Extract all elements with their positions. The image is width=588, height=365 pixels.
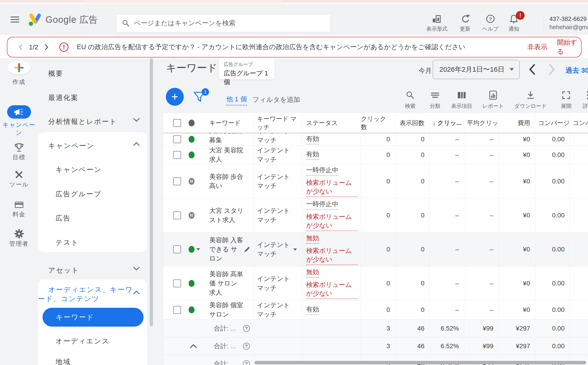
match-type-text[interactable]: インテント マッチ — [257, 301, 292, 319]
sidebar-item-assets[interactable]: アセット — [38, 266, 147, 275]
search-input[interactable]: ページまたはキャンペーンを検索 — [116, 14, 330, 32]
status-text[interactable]: 有効 — [306, 305, 319, 315]
keyword-text[interactable]: 美容師 高単価 サロン 求人 — [209, 270, 244, 297]
create-button[interactable]: 作成 — [0, 60, 38, 86]
match-type-text[interactable]: インテント マッチ — [257, 172, 292, 190]
sidebar-item-campaigns[interactable]: キャンペーン — [38, 165, 147, 175]
help-circle-icon[interactable]: ? — [243, 343, 250, 350]
nav-campaigns[interactable]: キャンペーン — [0, 105, 38, 137]
enabled-status-icon[interactable] — [189, 306, 195, 313]
enabled-status-icon[interactable] — [189, 151, 195, 158]
enabled-status-icon[interactable] — [189, 136, 195, 143]
banner-next-icon[interactable] — [44, 44, 50, 50]
keyword-text[interactable]: 美容師 個室サロン — [209, 301, 244, 319]
appearance-button[interactable]: 表示形式 — [422, 14, 452, 32]
paused-status-icon[interactable] — [189, 212, 195, 219]
status-header-icon[interactable] — [189, 119, 195, 126]
col-status[interactable]: ステータス — [302, 113, 361, 133]
filter-button[interactable]: 1 — [193, 91, 207, 104]
keyword-text[interactable]: 大宮 美容院 求人 — [209, 146, 244, 164]
notifications-button[interactable]: ! 通知 — [499, 14, 529, 32]
segment-button[interactable]: 分類 — [424, 90, 446, 110]
keyword-text[interactable]: 大宮 美容師 募集 — [209, 133, 244, 145]
edit-icon[interactable] — [244, 246, 251, 253]
past-days-link[interactable]: 過去 30 — [566, 66, 588, 75]
keyword-text[interactable]: 美容師 歩合 高い — [209, 172, 244, 190]
date-range-picker[interactable]: 2026年2月1日〜16日 — [433, 60, 520, 79]
paused-status-icon[interactable] — [189, 178, 195, 185]
status-note[interactable]: 検索ボリュームが少ない — [306, 281, 358, 299]
sidebar-group-campaigns[interactable]: キャンペーン — [38, 141, 147, 151]
more-options-button[interactable]: 詳細 — [580, 90, 588, 110]
table-search-button[interactable]: 検索 — [399, 90, 422, 110]
sidebar-item-ad-groups[interactable]: 広告グループ — [38, 190, 147, 199]
status-caret-icon[interactable] — [196, 248, 200, 251]
columns-button[interactable]: 表示項目 — [448, 90, 475, 110]
date-prev-button[interactable] — [527, 64, 537, 75]
status-note[interactable]: 検索ボリュームが少ない — [306, 246, 358, 265]
status-note[interactable]: 検索ボリュームが少ない — [306, 212, 358, 231]
nav-tools[interactable]: ツール — [0, 170, 38, 188]
match-type-caret-icon[interactable] — [293, 248, 297, 251]
col-avg-cpc[interactable]: 平均クリッ... — [464, 113, 499, 133]
main-menu-icon[interactable] — [11, 17, 19, 23]
help-circle-icon[interactable]: ? — [243, 325, 250, 332]
status-text[interactable]: 有効 — [306, 134, 319, 144]
more-filters-link[interactable]: 他 1 個 — [226, 95, 247, 105]
row-checkbox[interactable] — [173, 306, 181, 314]
sidebar-item-ads[interactable]: 広告 — [38, 214, 147, 223]
keyword-text[interactable]: 大宮 スタリスト求人 — [209, 206, 244, 225]
banner-dismiss-button[interactable]: 非表示 — [527, 42, 547, 52]
match-type-text[interactable]: インテント マッチ — [257, 206, 292, 225]
banner-prev-icon[interactable] — [17, 44, 23, 50]
sidebar-group-audiences-keywords-content[interactable]: オーディエンス、キーワード、コンテンツ — [38, 285, 137, 303]
enabled-status-icon[interactable] — [189, 280, 195, 287]
col-impressions[interactable]: 表示回数 — [395, 113, 430, 133]
account-info[interactable]: 437-382-6629 穴 hehehair@gma — [549, 15, 588, 31]
add-keyword-button[interactable]: + — [166, 88, 184, 106]
sidebar-item-experiments[interactable]: テスト — [38, 238, 147, 247]
sidebar-item-recommendations[interactable]: 最適化案 — [38, 93, 147, 103]
banner-accept-button[interactable]: 開始する — [557, 38, 581, 56]
status-text[interactable]: 無効 — [306, 234, 319, 244]
sidebar-item-locations[interactable]: 地域 — [38, 357, 147, 365]
sidebar-item-audiences[interactable]: オーディエンス — [38, 337, 147, 346]
row-checkbox[interactable] — [173, 246, 181, 253]
collapse-chevron-icon[interactable] — [190, 344, 197, 348]
col-match-type[interactable]: キーワード マッチ — [254, 113, 302, 133]
col-clicks[interactable]: クリック数 — [361, 113, 395, 133]
help-circle-icon[interactable]: ? — [243, 360, 250, 365]
sidebar-item-insights[interactable]: 分析情報とレポート — [38, 117, 147, 126]
match-type-text[interactable]: インテント マッチ — [257, 146, 292, 164]
status-text[interactable]: 有効 — [306, 150, 319, 160]
sidebar-item-keywords-selected[interactable]: キーワード — [42, 308, 144, 327]
match-type-text[interactable]: インテント マッチ — [257, 274, 292, 293]
col-clipped[interactable]: コンバ — [570, 113, 588, 133]
add-filter-link[interactable]: フィルタを追加 — [253, 95, 300, 104]
table-horizontal-scrollbar[interactable] — [254, 361, 586, 364]
row-checkbox[interactable] — [173, 151, 181, 159]
row-checkbox[interactable] — [173, 135, 181, 143]
date-next-button[interactable] — [547, 64, 557, 75]
status-text[interactable]: 一時停止中 — [306, 166, 338, 175]
sidebar-scrollbar[interactable] — [150, 58, 153, 326]
nav-billing[interactable]: 料金 — [0, 200, 38, 218]
status-text[interactable]: 無効 — [306, 268, 319, 278]
ad-group-scope-chip[interactable]: 広告グループ 広告グループ 1 個 — [219, 58, 275, 79]
col-keyword[interactable]: キーワード — [202, 113, 254, 133]
status-note[interactable]: 検索ボリュームが少ない — [306, 178, 358, 197]
download-button[interactable]: ダウンロード — [513, 90, 548, 110]
row-checkbox[interactable] — [173, 211, 181, 219]
col-conversions[interactable]: コンバージ... — [535, 113, 570, 133]
sidebar-item-overview[interactable]: 概要 — [38, 69, 147, 78]
row-checkbox[interactable] — [173, 177, 181, 185]
expand-button[interactable]: 展開 — [552, 90, 580, 110]
col-cost[interactable]: 費用 — [499, 113, 535, 133]
nav-goals[interactable]: 目標 — [0, 143, 38, 161]
match-type-text[interactable]: インテント マッチ — [257, 240, 292, 259]
status-text[interactable]: 一時停止中 — [306, 200, 338, 210]
select-all-checkbox[interactable] — [173, 119, 181, 127]
match-type-text[interactable]: インテント マッチ — [257, 133, 292, 145]
row-checkbox[interactable] — [173, 280, 181, 287]
nav-admin[interactable]: 管理者 — [0, 229, 38, 247]
